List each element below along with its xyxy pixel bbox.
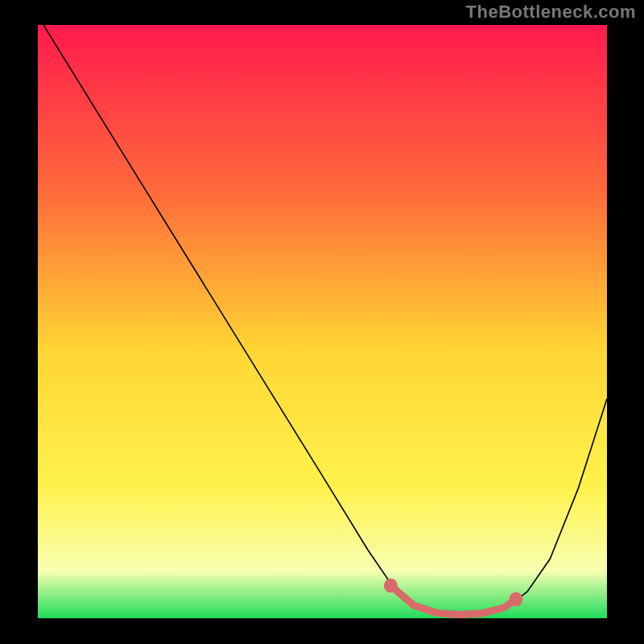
trough-highlight-dot-right — [509, 592, 522, 607]
plot-svg — [38, 25, 607, 618]
trough-highlight-dot-left — [384, 579, 398, 593]
gradient-background — [38, 25, 607, 618]
watermark-text: TheBottleneck.com — [466, 2, 636, 23]
plot-area — [38, 25, 607, 618]
chart-frame: TheBottleneck.com — [0, 0, 644, 644]
